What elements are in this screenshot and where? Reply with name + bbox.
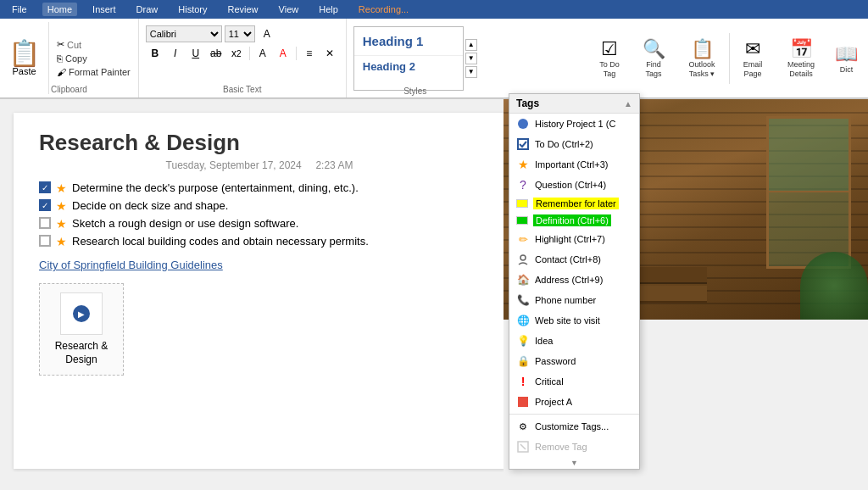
paste-button[interactable]: 📋 Paste [5, 37, 43, 80]
tag-web-icon: 🌐 [516, 314, 530, 327]
dict-button[interactable]: 📖 Dict [828, 40, 865, 77]
tag-address[interactable]: 🏠 Address (Ctrl+9) [509, 270, 639, 290]
tag-idea[interactable]: 💡 Idea [509, 331, 639, 351]
tag-critical[interactable]: ! Critical [509, 371, 639, 392]
tag-remove[interactable]: Remove Tag [509, 437, 639, 457]
tag-question-icon: ? [516, 178, 530, 192]
tag-important[interactable]: ★ Important (Ctrl+3) [509, 154, 639, 175]
tag-highlight-icon: ✏ [516, 232, 530, 246]
meeting-icon: 📅 [790, 38, 813, 60]
underline-button[interactable]: U [186, 45, 205, 62]
meeting-label: MeetingDetails [787, 60, 815, 79]
menu-draw[interactable]: Draw [131, 3, 164, 16]
tag-contact-icon [516, 253, 530, 266]
guidelines-link[interactable]: City of Springfield Building Guidelines [39, 259, 223, 271]
star-4: ★ [56, 235, 67, 248]
checkbox-3[interactable] [39, 217, 51, 229]
tag-critical-icon: ! [516, 375, 530, 388]
dict-label: Dict [840, 65, 854, 74]
tag-idea-label: Idea [535, 336, 553, 346]
svg-point-2 [520, 255, 526, 260]
menu-view[interactable]: View [274, 3, 304, 16]
styles-up-arrow[interactable]: ▲ [465, 39, 477, 51]
tag-highlight[interactable]: ✏ Highlight (Ctrl+7) [509, 229, 639, 249]
tag-phone-label: Phone number [535, 295, 596, 305]
paste-icon: 📋 [8, 41, 40, 66]
menu-file[interactable]: File [7, 3, 32, 16]
styles-down-arrow[interactable]: ▼ [465, 53, 477, 64]
format-painter-button[interactable]: 🖌 Format Painter [54, 66, 133, 78]
checklist-item-4: ★ Research local building codes and obta… [39, 235, 480, 248]
font-size-select[interactable]: 11 [225, 25, 255, 42]
checkbox-2[interactable]: ✓ [39, 199, 51, 211]
todo-tag-button[interactable]: ☑ To DoTag [588, 35, 631, 82]
checklist-item-3: ★ Sketch a rough design or use design so… [39, 217, 480, 231]
clipboard-group: 📋 Paste ✂ Cut ⎘ Copy 🖌 Format Painter [0, 19, 139, 97]
tag-history[interactable]: History Project 1 (C [509, 114, 639, 134]
document-page: Research & Design Tuesday, September 17,… [14, 113, 504, 469]
align-button[interactable]: ≡ [300, 45, 319, 62]
email-page-button[interactable]: ✉ EmailPage [732, 35, 774, 82]
tags-dropdown: Tags ▲ History Project 1 (C To Do (Ctrl+… [509, 93, 640, 470]
tag-customize[interactable]: ⚙ Customize Tags... [509, 416, 639, 437]
menu-home[interactable]: Home [42, 3, 77, 16]
tag-password-label: Password [535, 356, 576, 366]
tag-definition[interactable]: Definition (Ctrl+6) [509, 212, 639, 229]
tag-phone[interactable]: 📞 Phone number [509, 290, 639, 310]
subscript-button[interactable]: x2 [227, 45, 246, 62]
checklist-text-3: Sketch a rough design or use design soft… [72, 217, 298, 230]
tag-web[interactable]: 🌐 Web site to visit [509, 310, 639, 331]
menu-history[interactable]: History [173, 3, 212, 16]
tag-history-label: History Project 1 (C [535, 119, 615, 129]
outlook-tasks-button[interactable]: 📋 OutlookTasks ▾ [676, 35, 727, 82]
checklist: ✓ ★ Determine the deck's purpose (entert… [39, 181, 480, 248]
checklist-text-1: Determine the deck's purpose (entertainm… [72, 181, 359, 194]
highlight-button[interactable]: A [253, 45, 272, 62]
tag-password[interactable]: 🔒 Password [509, 351, 639, 371]
doc-date: Tuesday, September 17, 2024 [166, 159, 302, 171]
bold-button[interactable]: B [146, 45, 164, 62]
doc-title: Research & Design [39, 130, 480, 156]
tags-scroll-indicator: ▲ [624, 99, 632, 109]
format-painter-label: Format Painter [69, 67, 131, 77]
tag-todo-label: To Do (Ctrl+2) [535, 139, 593, 149]
menu-help[interactable]: Help [314, 3, 343, 16]
embedded-object[interactable]: ▶ Research &Design [39, 283, 124, 376]
star-1: ★ [56, 181, 67, 195]
title-bar: File Home Insert Draw History Review Vie… [0, 0, 868, 19]
cut-button[interactable]: ✂ Cut [54, 38, 133, 51]
embed-thumbnail: ▶ [60, 292, 103, 335]
tags-scroll-bottom: ▼ [509, 457, 639, 469]
checkbox-4[interactable] [39, 235, 51, 247]
svg-rect-1 [518, 139, 528, 149]
tag-customize-icon: ⚙ [516, 420, 530, 433]
font-color-button[interactable]: A [274, 45, 292, 62]
clear-button[interactable]: ✕ [320, 45, 339, 62]
heading2-style[interactable]: Heading 2 [354, 56, 463, 77]
copy-button[interactable]: ⎘ Copy [54, 53, 133, 64]
tag-contact[interactable]: Contact (Ctrl+8) [509, 249, 639, 270]
email-icon: ✉ [745, 38, 760, 60]
heading1-style[interactable]: Heading 1 [354, 27, 463, 56]
find-tags-button[interactable]: 🔍 FindTags [632, 35, 675, 82]
font-family-select[interactable]: Calibri [146, 25, 222, 42]
menu-review[interactable]: Review [223, 3, 264, 16]
doc-datetime: Tuesday, September 17, 2024 2:23 AM [39, 159, 480, 171]
meeting-details-button[interactable]: 📅 MeetingDetails [776, 35, 826, 82]
tag-todo[interactable]: To Do (Ctrl+2) [509, 134, 639, 154]
strikethrough-button[interactable]: ab [207, 45, 225, 62]
heading1-label: Heading 1 [363, 34, 424, 48]
tag-address-label: Address (Ctrl+9) [535, 275, 603, 285]
menu-recording[interactable]: Recording... [353, 3, 414, 16]
styles-more-arrow[interactable]: ▼ [465, 66, 477, 78]
checkbox-1[interactable]: ✓ [39, 181, 51, 193]
tag-remember[interactable]: Remember for later [509, 195, 639, 212]
menu-insert[interactable]: Insert [87, 3, 121, 16]
document-area: Research & Design Tuesday, September 17,… [0, 99, 868, 472]
tag-question[interactable]: ? Question (Ctrl+4) [509, 175, 639, 195]
find-tags-icon: 🔍 [643, 38, 665, 60]
tag-project-a-icon [516, 395, 530, 409]
tag-project-a[interactable]: Project A [509, 392, 639, 412]
clear-format-button[interactable]: A [258, 25, 276, 42]
italic-button[interactable]: I [166, 45, 185, 62]
